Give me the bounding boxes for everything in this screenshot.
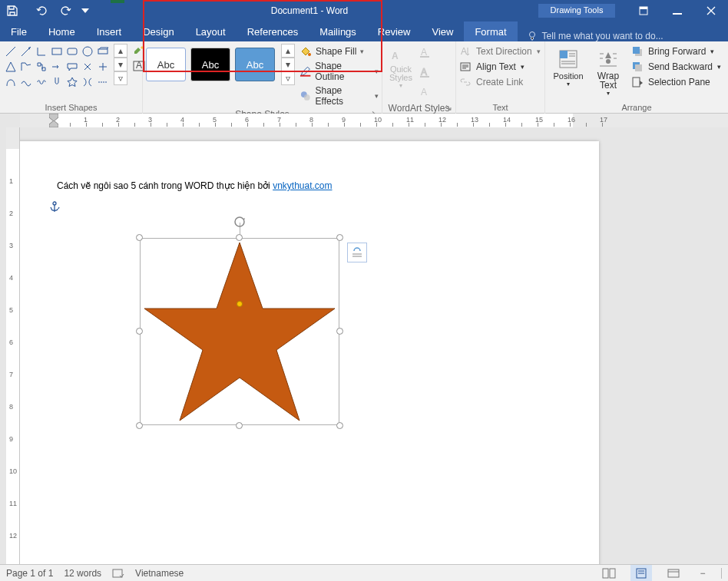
resize-handle-bl[interactable] xyxy=(136,422,143,429)
svg-marker-45 xyxy=(49,120,58,127)
tab-insert[interactable]: Insert xyxy=(86,21,133,41)
resize-handle-br[interactable] xyxy=(336,422,343,429)
selected-shape-container[interactable] xyxy=(140,238,339,425)
styles-more[interactable]: ▿ xyxy=(281,71,295,85)
qat-customize-button[interactable] xyxy=(78,0,92,21)
svg-rect-28 xyxy=(560,51,568,58)
tab-references[interactable]: References xyxy=(237,21,309,41)
wrap-text-button[interactable]: Wrap Text▾ xyxy=(588,44,628,97)
redo-button[interactable] xyxy=(54,0,78,21)
svg-rect-53 xyxy=(610,569,615,578)
text-outline-button: A xyxy=(416,64,433,81)
rotation-handle[interactable] xyxy=(233,215,247,229)
vertical-ruler[interactable]: 1234567891011121314 xyxy=(6,127,20,564)
shapes-scroll-up[interactable]: ▴ xyxy=(114,44,127,58)
shapes-more[interactable]: ▿ xyxy=(114,71,127,85)
group-label-wordart: WordArt Styles xyxy=(389,103,450,114)
svg-rect-18 xyxy=(420,56,429,58)
document-link[interactable]: vnkythuat.com xyxy=(273,180,332,191)
svg-rect-20 xyxy=(420,76,429,78)
svg-point-8 xyxy=(83,47,92,56)
align-text-button[interactable]: Align Text▾ xyxy=(459,61,541,73)
send-backward-button[interactable]: Send Backward ▾ xyxy=(631,61,721,73)
style-swatch-1[interactable]: Abc xyxy=(146,48,186,81)
quick-styles-icon: A xyxy=(390,44,412,65)
resize-handle-tr[interactable] xyxy=(336,234,343,241)
svg-text:A: A xyxy=(461,46,467,57)
zoom-out-button[interactable]: − xyxy=(695,565,710,582)
tab-file[interactable]: File xyxy=(0,21,38,41)
tab-format[interactable]: Format xyxy=(464,21,517,41)
minimize-button[interactable] xyxy=(660,0,694,21)
quick-styles-button: Quick Styles xyxy=(386,65,416,82)
svg-rect-6 xyxy=(52,48,61,54)
wordart-launcher[interactable]: ↘ xyxy=(443,102,454,113)
status-bar: Page 1 of 1 12 words Vietnamese − xyxy=(0,564,728,581)
resize-handle-t[interactable] xyxy=(236,234,243,241)
selection-pane-icon xyxy=(631,76,644,88)
svg-point-46 xyxy=(53,202,56,205)
title-bar: Document1 - Word Drawing Tools xyxy=(0,0,728,21)
zoom-divider xyxy=(721,568,722,579)
paint-bucket-icon xyxy=(299,45,312,58)
anchor-icon[interactable] xyxy=(49,201,60,213)
save-button[interactable] xyxy=(0,0,25,21)
style-swatch-3[interactable]: Abc xyxy=(235,48,275,81)
ribbon-display-button[interactable] xyxy=(627,0,660,21)
tab-mailings[interactable]: Mailings xyxy=(309,21,367,41)
read-mode-button[interactable] xyxy=(598,565,620,582)
status-page[interactable]: Page 1 of 1 xyxy=(6,568,53,579)
bring-forward-button[interactable]: Bring Forward ▾ xyxy=(631,45,721,58)
undo-button[interactable] xyxy=(29,0,54,21)
styles-scroll-down[interactable]: ▾ xyxy=(281,58,295,71)
style-swatch-2[interactable]: Abc xyxy=(190,48,230,81)
svg-rect-1 xyxy=(640,7,647,9)
print-layout-button[interactable] xyxy=(630,565,652,582)
svg-text:A: A xyxy=(421,67,427,78)
create-link-button: Create Link xyxy=(459,76,541,88)
svg-rect-52 xyxy=(603,569,608,578)
layout-options-button[interactable] xyxy=(347,243,367,262)
svg-rect-9 xyxy=(98,49,108,54)
shape-outline-button[interactable]: Shape Outline▾ xyxy=(299,61,379,82)
adjustment-handle[interactable] xyxy=(237,301,243,307)
shapes-scroll-down[interactable]: ▾ xyxy=(114,58,127,71)
svg-text:A: A xyxy=(421,47,427,58)
tab-layout[interactable]: Layout xyxy=(185,21,237,41)
shapes-gallery[interactable] xyxy=(3,44,111,90)
tab-home[interactable]: Home xyxy=(38,21,86,41)
resize-handle-l[interactable] xyxy=(136,328,143,335)
send-backward-icon xyxy=(631,61,644,73)
resize-handle-r[interactable] xyxy=(336,328,343,335)
document-text[interactable]: Cách vẽ ngôi sao 5 cánh trong WORD thực … xyxy=(57,178,550,192)
svg-point-3 xyxy=(529,32,534,38)
tab-design[interactable]: Design xyxy=(132,21,184,41)
bring-forward-icon xyxy=(631,45,644,58)
styles-scroll-up[interactable]: ▴ xyxy=(281,44,295,58)
shape-effects-button[interactable]: Shape Effects▾ xyxy=(299,85,379,107)
svg-point-47 xyxy=(235,217,244,226)
resize-handle-tl[interactable] xyxy=(136,234,143,241)
svg-rect-43 xyxy=(633,78,640,87)
status-words[interactable]: 12 words xyxy=(64,568,101,579)
horizontal-ruler[interactable]: 1234567891011121314151617 xyxy=(20,114,728,127)
web-layout-button[interactable] xyxy=(663,565,684,582)
qat-customize-indicator xyxy=(111,0,124,3)
status-language[interactable]: Vietnamese xyxy=(135,568,184,579)
tab-review[interactable]: Review xyxy=(367,21,422,41)
resize-handle-b[interactable] xyxy=(236,422,243,429)
selection-pane-button[interactable]: Selection Pane xyxy=(631,76,721,88)
group-label-insert-shapes: Insert Shapes xyxy=(0,101,142,114)
svg-text:A: A xyxy=(421,87,427,97)
star-shape[interactable] xyxy=(140,238,339,425)
status-proofing-icon[interactable] xyxy=(112,568,124,579)
shape-styles-gallery[interactable]: Abc Abc Abc ▴ ▾ ▿ xyxy=(146,44,295,85)
tell-me-search[interactable]: Tell me what you want to do... xyxy=(527,31,663,41)
position-button[interactable]: Position▾ xyxy=(548,44,588,87)
effects-icon xyxy=(299,90,312,102)
close-button[interactable] xyxy=(694,0,728,21)
tab-view[interactable]: View xyxy=(421,21,464,41)
shape-fill-button[interactable]: Shape Fill▾ xyxy=(299,45,379,58)
align-text-icon xyxy=(459,61,472,73)
text-fill-button: A xyxy=(416,44,433,61)
